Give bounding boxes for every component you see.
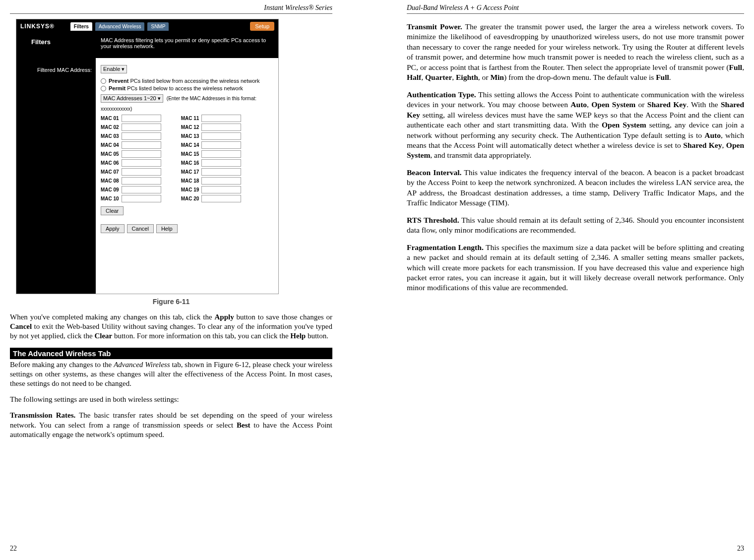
- mac-input[interactable]: [201, 115, 241, 122]
- cancel-button[interactable]: Cancel: [127, 224, 154, 233]
- linksys-logo: LINKSYS®: [20, 23, 55, 30]
- mac-input[interactable]: [201, 168, 241, 176]
- mac-input[interactable]: [201, 195, 241, 202]
- page-number-right: 23: [737, 545, 744, 553]
- left-para-3: The following settings are used in both …: [10, 395, 332, 404]
- mac-label: MAC 10: [101, 196, 119, 201]
- mac-input[interactable]: [122, 115, 161, 122]
- filter-enable-select[interactable]: Enable ▾: [101, 65, 127, 73]
- mac-label: MAC 12: [181, 124, 199, 130]
- mac-label: MAC 18: [181, 178, 199, 184]
- mac-input[interactable]: [201, 141, 241, 149]
- mac-label: MAC 15: [181, 151, 199, 157]
- screenshot-row2: Filters MAC Address filtering lets you p…: [16, 33, 278, 58]
- right-para-1: Transmit Power. The greater the transmit…: [407, 22, 744, 83]
- mac-columns: MAC 01 MAC 02 MAC 03 MAC 04 MAC 05 MAC 0…: [101, 115, 273, 202]
- mac-label: MAC 09: [101, 187, 119, 192]
- mac-label: MAC 04: [101, 142, 119, 148]
- mac-input[interactable]: [201, 124, 241, 131]
- tab-advanced-wireless[interactable]: Advanced Wireless: [95, 22, 145, 31]
- tab-snmp[interactable]: SNMP: [147, 22, 169, 31]
- clear-button[interactable]: Clear: [101, 206, 124, 215]
- screenshot-figure: LINKSYS® Filters Advanced Wireless SNMP …: [16, 19, 279, 294]
- page-number-left: 22: [10, 545, 17, 553]
- mac-input[interactable]: [201, 186, 241, 193]
- mac-label: MAC 02: [101, 124, 119, 130]
- tab-filters[interactable]: Filters: [70, 22, 92, 31]
- prevent-radio[interactable]: [101, 78, 106, 84]
- header-right: Dual-Band Wireless A + G Access Point: [407, 4, 744, 14]
- left-para-1: When you've completed making any changes…: [10, 312, 332, 341]
- mac-label: MAC 13: [181, 133, 199, 139]
- page-right: Dual-Band Wireless A + G Access Point Tr…: [377, 0, 754, 560]
- setup-button[interactable]: Setup: [250, 22, 274, 31]
- header-left: Instant Wireless® Series: [10, 4, 332, 14]
- right-para-3: Beacon Interval. This value indicates th…: [407, 168, 744, 208]
- screenshot-body-left: Filtered MAC Address:: [16, 58, 96, 294]
- mac-label: MAC 14: [181, 142, 199, 148]
- left-para-2: Before making any changes to the Advance…: [10, 360, 332, 389]
- mac-label: MAC 19: [181, 187, 199, 192]
- permit-label: Permit PCs listed below to access the wi…: [109, 85, 243, 91]
- permit-radio[interactable]: [101, 86, 106, 91]
- left-para-4: Transmission Rates. The basic transfer r…: [10, 411, 332, 439]
- mac-input[interactable]: [122, 132, 161, 140]
- screenshot-section-title: Filters: [16, 33, 96, 58]
- screenshot-body: Filtered MAC Address: Enable ▾ Prevent P…: [16, 58, 278, 294]
- section-header-advanced: The Advanced Wireless Tab: [10, 348, 332, 359]
- page-left: Instant Wireless® Series LINKSYS® Filter…: [0, 0, 377, 560]
- mac-input[interactable]: [122, 159, 161, 167]
- screenshot-topbar: LINKSYS® Filters Advanced Wireless SNMP …: [16, 19, 278, 33]
- right-para-2: Authentication Type. This setting allows…: [407, 90, 744, 161]
- mac-input[interactable]: [201, 150, 241, 158]
- mac-input[interactable]: [122, 168, 161, 176]
- mac-label: MAC 01: [101, 116, 119, 121]
- mac-label: MAC 11: [181, 116, 199, 121]
- right-para-5: Fragmentation Length. This specifies the…: [407, 243, 744, 293]
- mac-label: MAC 08: [101, 178, 119, 184]
- screenshot-body-right: Enable ▾ Prevent PCs listed below from a…: [96, 58, 278, 294]
- mac-label: MAC 17: [181, 169, 199, 175]
- mac-label: MAC 03: [101, 133, 119, 139]
- mac-input[interactable]: [122, 141, 161, 149]
- filter-mac-label: Filtered MAC Address:: [37, 67, 92, 73]
- help-button[interactable]: Help: [156, 224, 178, 233]
- mac-col-right: MAC 11 MAC 12 MAC 13 MAC 14 MAC 15 MAC 1…: [181, 115, 242, 202]
- mac-label: MAC 06: [101, 160, 119, 166]
- screenshot-desc: MAC Address filtering lets you permit or…: [96, 33, 278, 58]
- mac-input[interactable]: [122, 186, 161, 193]
- mac-input[interactable]: [122, 150, 161, 158]
- right-para-4: RTS Threshold. This value should remain …: [407, 215, 744, 236]
- apply-button[interactable]: Apply: [101, 224, 125, 233]
- mac-input[interactable]: [201, 132, 241, 140]
- mac-label: MAC 20: [181, 196, 199, 201]
- mac-label: MAC 07: [101, 169, 119, 175]
- mac-input[interactable]: [122, 124, 161, 131]
- mac-input[interactable]: [201, 159, 241, 167]
- prevent-label: Prevent PCs listed below from accessing …: [109, 78, 259, 84]
- figure-caption: Figure 6-11: [10, 298, 332, 306]
- mac-input[interactable]: [122, 177, 161, 185]
- mac-label: MAC 16: [181, 160, 199, 166]
- mac-input[interactable]: [201, 177, 241, 185]
- mac-range-select[interactable]: MAC Addresses 1~20 ▾: [101, 94, 163, 103]
- mac-label: MAC 05: [101, 151, 119, 157]
- mac-col-left: MAC 01 MAC 02 MAC 03 MAC 04 MAC 05 MAC 0…: [101, 115, 161, 202]
- mac-input[interactable]: [122, 195, 161, 202]
